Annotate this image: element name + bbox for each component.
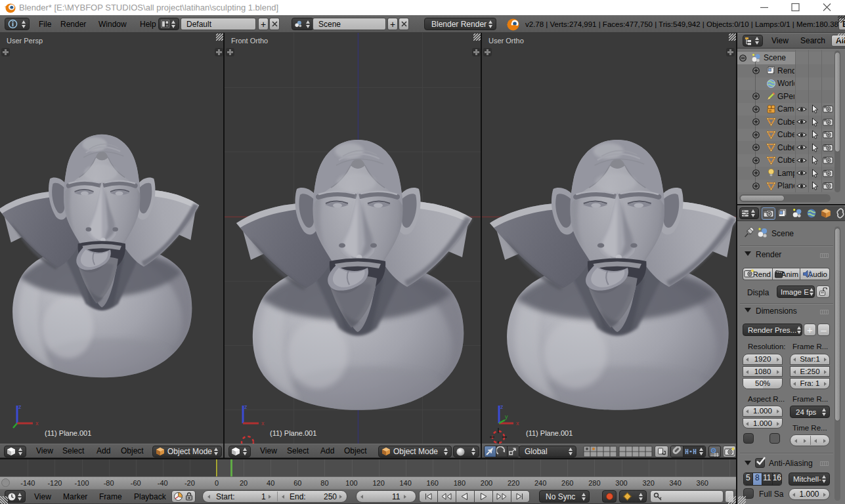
svg-text:x: x bbox=[261, 420, 265, 427]
svg-text:z: z bbox=[244, 404, 248, 410]
svg-text:z: z bbox=[18, 404, 22, 410]
svg-text:x: x bbox=[516, 420, 519, 427]
svg-text:z: z bbox=[500, 404, 504, 410]
svg-text:y: y bbox=[505, 413, 508, 420]
svg-text:x: x bbox=[35, 420, 39, 427]
